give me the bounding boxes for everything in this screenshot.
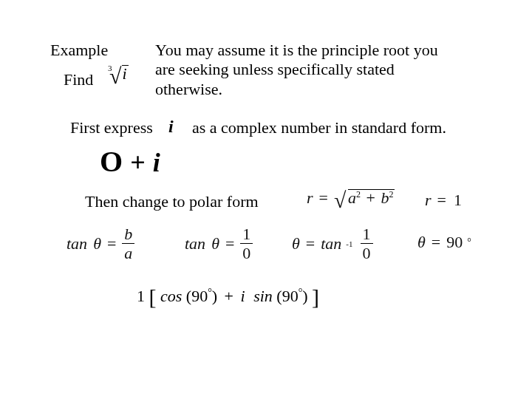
num-1: 1	[240, 225, 253, 242]
surd-icon: √	[334, 194, 346, 207]
sq-b: 2	[389, 189, 393, 200]
eq-theta-arctan: θ = tan-1 1 0	[292, 225, 373, 262]
coef-one: 1	[137, 287, 145, 305]
op-eq: =	[437, 191, 446, 210]
radical-cube-root-i: 3 √ i	[109, 65, 129, 83]
ang-90b: 90	[282, 287, 299, 305]
first-express-i: i	[168, 117, 174, 137]
degree-icon: °	[467, 236, 471, 248]
i-glyph: i	[153, 148, 160, 177]
var-theta: θ	[211, 234, 219, 253]
eq-r-value: r = 1	[425, 191, 462, 210]
right-bracket-icon: ]	[312, 284, 319, 309]
fn-cos: cos	[160, 287, 182, 305]
ang-90a: 90	[191, 287, 208, 305]
frac-1-over-0: 1 0	[240, 225, 253, 262]
inverse-sup: -1	[346, 239, 352, 248]
val-90: 90	[446, 233, 463, 252]
fn-tan: tan	[321, 234, 341, 253]
frac-1-over-0: 1 0	[361, 225, 373, 262]
eq-tan-definition: tan θ = b a	[66, 225, 134, 262]
radical-index: 3	[108, 64, 112, 72]
eq-r-definition: r = √ a2 + b2	[307, 188, 395, 208]
var-theta: θ	[417, 233, 426, 252]
op-eq: =	[319, 188, 328, 208]
standard-form-0-plus-i: O + i	[100, 144, 160, 179]
den-a: a	[122, 245, 134, 262]
eq-theta-value: θ = 90°	[417, 233, 471, 252]
num-1: 1	[361, 225, 373, 242]
var-i: i	[241, 287, 245, 305]
val-one: 1	[454, 191, 462, 210]
first-express-lead: First express	[70, 118, 153, 137]
fn-sin: sin	[253, 287, 273, 305]
den-0: 0	[240, 245, 253, 262]
assume-note: You may assume it is the principle root …	[155, 41, 447, 99]
polar-form-expression: 1 [ cos (90°) + i sin (90°) ]	[137, 284, 319, 310]
zero-glyph: O	[100, 145, 123, 178]
num-b: b	[122, 225, 134, 242]
then-polar-label: Then change to polar form	[85, 192, 259, 211]
var-a: a	[348, 188, 356, 207]
var-b: b	[381, 188, 389, 207]
den-0: 0	[361, 245, 373, 262]
op-eq: =	[107, 234, 116, 253]
var-theta: θ	[292, 234, 300, 253]
frac-b-over-a: b a	[122, 225, 134, 262]
op-eq: =	[432, 233, 440, 252]
sq-a: 2	[356, 189, 361, 200]
first-express-tail: as a complex number in standard form.	[192, 118, 446, 137]
example-label: Example	[50, 41, 108, 60]
op-eq: =	[225, 234, 234, 253]
plus-glyph: +	[130, 148, 146, 177]
var-r: r	[425, 191, 432, 210]
fn-tan: tan	[66, 234, 87, 253]
var-theta: θ	[93, 234, 101, 253]
op-eq: =	[306, 234, 315, 253]
op-plus: +	[225, 287, 233, 305]
var-r: r	[307, 188, 313, 208]
find-label: Find	[64, 70, 93, 89]
radical-body: i	[122, 65, 128, 82]
eq-tan-value: tan θ = 1 0	[185, 225, 253, 262]
op-plus: +	[366, 188, 375, 207]
left-bracket-icon: [	[149, 284, 157, 309]
fn-tan: tan	[185, 234, 205, 253]
